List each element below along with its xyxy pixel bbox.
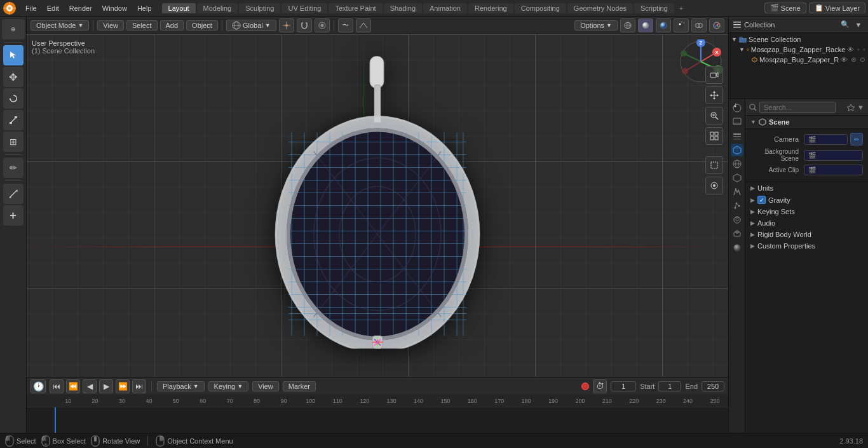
props-collapse-all[interactable]: ▼ <box>857 104 864 111</box>
proportional-edit-btn[interactable] <box>315 18 330 32</box>
move-tool-btn[interactable]: ✥ <box>3 67 24 87</box>
workspace-tab-texture[interactable]: Texture Paint <box>329 3 382 13</box>
sync-clock-btn[interactable]: ⏱ <box>593 379 607 393</box>
menu-help[interactable]: Help <box>132 3 157 13</box>
zoom-view-btn[interactable] <box>705 107 723 125</box>
transform-tool-btn[interactable]: ⊞ <box>3 132 24 152</box>
outliner-item-0[interactable]: ▼ Mosqzap_Bug_Zapper_Racke 👁 <box>736 44 868 55</box>
scene-selector[interactable]: 🎬 Scene <box>764 3 806 13</box>
rigid-body-section-header[interactable]: ▶ Rigid Body World <box>745 229 868 240</box>
workspace-tab-compositing[interactable]: Compositing <box>515 3 566 13</box>
start-frame-input[interactable] <box>658 381 681 391</box>
units-section-header[interactable]: ▶ Units <box>745 182 868 194</box>
workspace-tab-rendering[interactable]: Rendering <box>468 3 513 13</box>
timeline-type-icon[interactable]: 🕐 <box>31 379 46 393</box>
modifier-props-btn[interactable] <box>731 186 743 198</box>
mode-selector-btn[interactable]: ⊕ <box>2 19 25 39</box>
workspace-tab-scripting[interactable]: Scripting <box>634 3 674 13</box>
toggle-quad-view-btn[interactable] <box>705 127 723 145</box>
rendered-shading-btn[interactable] <box>674 18 689 32</box>
workspace-tab-sculpting[interactable]: Sculpting <box>239 3 280 13</box>
autokey-indicator[interactable] <box>581 383 589 390</box>
workspace-tab-shading[interactable]: Shading <box>384 3 422 13</box>
rotate-tool-btn[interactable] <box>3 88 24 109</box>
solid-shading-btn[interactable] <box>638 18 653 32</box>
add-object-btn[interactable]: + <box>3 205 24 226</box>
gizmo-toggle-btn[interactable] <box>709 18 724 32</box>
graph-icon-btn[interactable]: 〜 <box>338 18 353 32</box>
select-menu-btn[interactable]: Select <box>126 20 158 31</box>
end-frame-input[interactable] <box>702 381 724 391</box>
transform-orientation-btn[interactable]: Global ▼ <box>226 20 276 31</box>
view-layer-selector[interactable]: 📋 View Layer <box>809 3 865 13</box>
workspace-tab-geometry[interactable]: Geometry Nodes <box>567 3 633 13</box>
outliner-visibility-0[interactable]: 👁 <box>847 46 854 53</box>
outliner-content[interactable]: ▼ Scene Collection ▼ Mosqzap_Bug_Zapper_… <box>729 33 868 98</box>
scene-section-header[interactable]: ▼ Scene <box>745 116 868 129</box>
object-props-btn[interactable] <box>731 172 743 184</box>
physics-props-btn[interactable] <box>731 214 743 226</box>
overlay-toggle-btn[interactable] <box>691 18 707 32</box>
menu-window[interactable]: Window <box>97 3 132 13</box>
keying-menu-btn[interactable]: Keying ▼ <box>208 381 249 391</box>
props-pin-icon[interactable] <box>847 104 855 111</box>
current-frame-input[interactable] <box>611 381 636 391</box>
gravity-section-header[interactable]: ▶ Gravity <box>745 194 868 206</box>
pan-view-btn[interactable] <box>705 86 723 104</box>
view-menu-btn[interactable]: View <box>97 20 124 31</box>
constraints-props-btn[interactable] <box>731 227 743 240</box>
camera-view-btn[interactable] <box>705 66 723 84</box>
scale-tool-btn[interactable] <box>3 110 24 130</box>
world-props-btn[interactable] <box>731 158 743 170</box>
material-preview-btn[interactable] <box>656 18 671 32</box>
menu-edit[interactable]: Edit <box>42 3 64 13</box>
prev-frame-btn[interactable]: ⏪ <box>66 379 80 393</box>
pivot-point-btn[interactable] <box>279 18 294 32</box>
wireframe-shading-btn[interactable] <box>620 18 635 32</box>
render-props-btn[interactable] <box>731 102 743 114</box>
properties-search-input[interactable] <box>759 102 836 113</box>
audio-section-header[interactable]: ▶ Audio <box>745 217 868 229</box>
play-btn[interactable]: ▶ <box>99 379 113 393</box>
output-props-btn[interactable] <box>731 116 743 128</box>
outliner-search-icon[interactable]: 🔍 <box>839 19 851 31</box>
snapping-btn[interactable] <box>297 18 312 32</box>
view-layer-props-btn[interactable] <box>731 130 743 142</box>
fcurve-icon-btn[interactable] <box>356 18 371 32</box>
outliner-scene-collection[interactable]: ▼ Scene Collection <box>729 34 868 44</box>
particles-props-btn[interactable] <box>731 200 743 212</box>
menu-render[interactable]: Render <box>64 3 97 13</box>
keying-section-header[interactable]: ▶ Keying Sets <box>745 206 868 217</box>
timeline-content[interactable] <box>27 407 728 433</box>
material-props-btn[interactable] <box>731 241 743 254</box>
outliner-visibility-1[interactable]: 👁 <box>841 56 848 64</box>
measure-tool-btn[interactable] <box>3 184 24 204</box>
playback-menu-btn[interactable]: Playback ▼ <box>157 381 205 391</box>
next-frame-btn[interactable]: ⏩ <box>116 379 130 393</box>
workspace-add-button[interactable]: + <box>675 3 687 13</box>
active-clip-value-field[interactable]: 🎬 <box>804 165 863 175</box>
jump-to-end-btn[interactable]: ⏭ <box>132 379 146 393</box>
gravity-checkbox[interactable] <box>757 196 766 204</box>
timeline-view-btn[interactable]: View <box>252 381 279 391</box>
marker-menu-btn[interactable]: Marker <box>283 381 316 391</box>
workspace-tab-layout[interactable]: Layout <box>162 3 196 13</box>
camera-value-field[interactable]: 🎬 <box>804 134 848 145</box>
cursor-tool-btn[interactable] <box>3 45 24 65</box>
timeline-ruler[interactable]: 10 20 30 40 50 60 70 80 90 100 110 120 1… <box>27 395 728 407</box>
scene-props-btn[interactable] <box>731 144 743 156</box>
menu-file[interactable]: File <box>20 3 42 13</box>
jump-to-start-btn[interactable]: ⏮ <box>50 379 64 393</box>
outliner-filter-icon[interactable]: ▼ <box>853 19 864 31</box>
object-menu-btn[interactable]: Object <box>186 20 218 31</box>
options-btn[interactable]: Options ▼ <box>574 20 618 31</box>
object-mode-dropdown[interactable]: Object Mode ▼ <box>31 20 89 31</box>
workspace-tab-uv[interactable]: UV Editing <box>281 3 327 13</box>
workspace-tab-modeling[interactable]: Modeling <box>197 3 238 13</box>
render-region-btn[interactable] <box>705 156 723 174</box>
custom-props-section-header[interactable]: ▶ Custom Properties <box>745 240 868 252</box>
bg-scene-value-field[interactable]: 🎬 <box>804 150 863 161</box>
camera-edit-btn[interactable]: ✏ <box>850 133 863 146</box>
viewport-properties-btn[interactable] <box>705 177 723 194</box>
viewport-canvas[interactable]: User Perspective (1) Scene Collection X <box>27 34 728 377</box>
